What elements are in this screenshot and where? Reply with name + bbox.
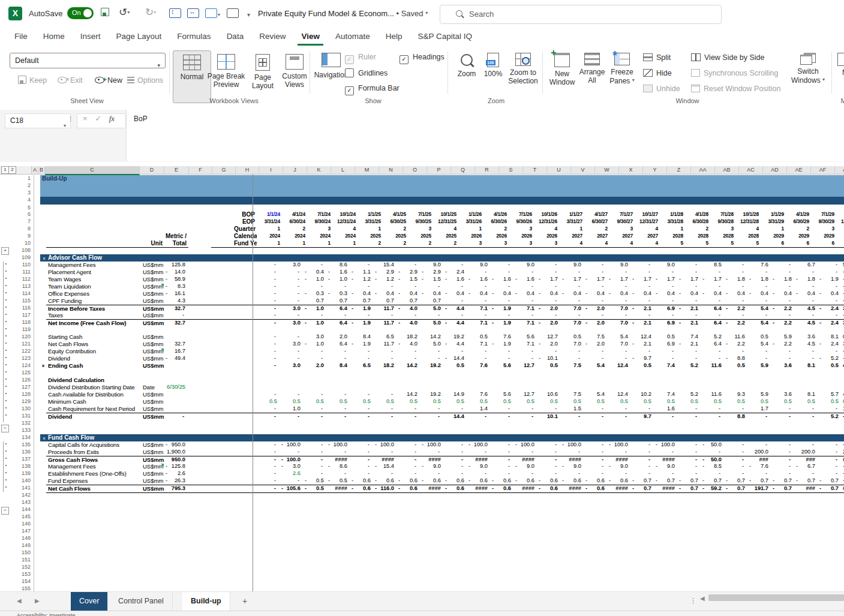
grid-cell[interactable] [234,283,257,290]
grid-cell[interactable]: 7.6 [491,333,514,341]
grid-cell[interactable]: - [748,283,771,290]
grid-cell[interactable]: 1.5 [561,405,584,413]
grid-cell[interactable]: 7.5 [584,333,608,341]
grid-cell[interactable]: -5.2 [818,355,842,362]
grid-cell[interactable] [34,218,40,226]
grid-cell[interactable]: 3.6 [771,362,795,369]
period-cell[interactable]: 6/30/25 [383,218,408,226]
grid-cell[interactable]: - [444,463,467,470]
grid-cell[interactable]: -49.4 [164,355,188,362]
grid-cell[interactable]: - [654,298,678,305]
row-header-112[interactable]: 112 [15,276,34,283]
grid-cell[interactable]: 0.5 [304,398,327,405]
grid-cell[interactable]: 8.1 [795,362,818,369]
grid-cell[interactable]: - [748,348,771,355]
grid-cell[interactable]: - [280,477,304,485]
grid-cell[interactable]: - [257,262,280,269]
grid-cell[interactable]: - [725,463,748,470]
grid-cell[interactable]: - [444,348,467,355]
row-header-6[interactable]: 6 [15,211,34,218]
grid-cell[interactable]: 5.6 [491,391,514,398]
row-header-9[interactable]: 9 [15,233,34,240]
grid-cell[interactable]: - [537,262,561,269]
grid-cell[interactable]: - [304,348,327,355]
grid-cell[interactable]: -14.4 [444,355,467,362]
grid-cell[interactable]: -1.7 [654,276,678,283]
grid-cell[interactable]: - [514,470,537,477]
grid-cell[interactable]: 0.5 [818,362,842,369]
grid-cell[interactable]: - [280,290,304,298]
grid-cell[interactable] [34,362,40,369]
grid-cell[interactable]: US$mm [140,290,164,298]
grid-cell[interactable]: 12.4 [631,333,654,341]
grid-cell[interactable] [211,290,234,298]
grid-cell[interactable]: 15.4 [374,262,397,269]
grid-cell[interactable]: 0.5 [795,398,818,405]
grid-cell[interactable]: - [304,470,327,477]
period-cell[interactable]: 9/30/28 [710,218,735,226]
grid-cell[interactable] [40,218,46,226]
title-band[interactable] [40,182,844,190]
sheet-view-dropdown[interactable]: Default ▾ [10,53,166,68]
grid-cell[interactable]: - [795,269,818,276]
grid-cell[interactable] [164,398,188,405]
grid-cell[interactable]: -0.4 [561,290,584,298]
grid-cell[interactable]: - [561,348,584,355]
row-header-121[interactable]: 121 [15,341,34,348]
grid-cell[interactable]: 0.5 [491,398,514,405]
grid-cell[interactable] [40,226,46,233]
grid-cell[interactable]: -8.6 [327,463,350,470]
grid-cell[interactable]: -1.8 [795,276,818,283]
grid-cell[interactable]: - [842,348,844,355]
grid-cell[interactable]: - [608,298,631,305]
select-all-corner[interactable] [16,166,32,175]
grid-cell[interactable]: - [631,470,654,477]
grid-cell[interactable]: - [748,470,771,477]
grid-cell[interactable]: - [678,463,701,470]
grid-cell[interactable]: US$mm [140,298,164,305]
grid-cell[interactable]: -0.7 [818,477,842,485]
grid-cell[interactable]: -2.4 [444,269,467,276]
grid-cell[interactable]: - [397,355,421,362]
grid-cell[interactable]: - [771,312,795,319]
grid-cell[interactable]: - [280,312,304,319]
grid-cell[interactable] [40,319,46,326]
grid-cell[interactable]: - [514,348,537,355]
grid-cell[interactable] [211,341,234,348]
grid-cell[interactable]: -0.6 [608,477,631,485]
grid-cell[interactable]: - [725,312,748,319]
grid-cell[interactable] [234,312,257,319]
grid-cell[interactable] [234,362,257,369]
period-cell[interactable]: 2026 [458,233,483,240]
grid-cell[interactable]: 200 [842,449,844,456]
grid-cell[interactable]: - [304,441,327,449]
period-cell[interactable]: 2026 [483,233,509,240]
grid-cell[interactable]: 0. [842,333,844,341]
grid-cell[interactable]: - [725,449,748,456]
grid-cell[interactable]: -4.4 [444,341,467,348]
grid-cell[interactable]: Equity Contribution [46,348,140,355]
grid-cell[interactable]: US$mm [140,391,164,398]
period-cell[interactable]: 2026 [534,233,559,240]
row-header-153[interactable]: 153 [15,571,34,578]
grid-cell[interactable]: - [678,355,701,362]
ribbon-tab-file[interactable]: File [11,28,31,44]
grid-cell[interactable]: - [701,355,725,362]
grid-cell[interactable] [234,441,257,449]
grid-cell[interactable]: 0.7 [421,298,444,305]
column-header-W[interactable]: W [595,166,619,175]
period-cell[interactable]: 2029 [786,233,811,240]
grid-cell[interactable]: -9.7 [631,355,654,362]
grid-cell[interactable]: 14.2 [397,362,421,369]
period-cell[interactable]: 1 [761,226,786,233]
grid-cell[interactable]: -0.4 [725,290,748,298]
column-header-AG[interactable]: AG [835,166,844,175]
column-header-H[interactable]: H [236,166,259,175]
grid-cell[interactable]: - [561,449,584,456]
grid-cell[interactable]: Fund Expenses [46,477,140,485]
grid-cell[interactable]: 5.2 [678,362,701,369]
grid-cell[interactable] [34,298,40,305]
period-cell[interactable]: 2 [584,226,609,233]
period-cell[interactable]: 6/30/24 [282,218,307,226]
grid-cell[interactable]: - [491,262,514,269]
